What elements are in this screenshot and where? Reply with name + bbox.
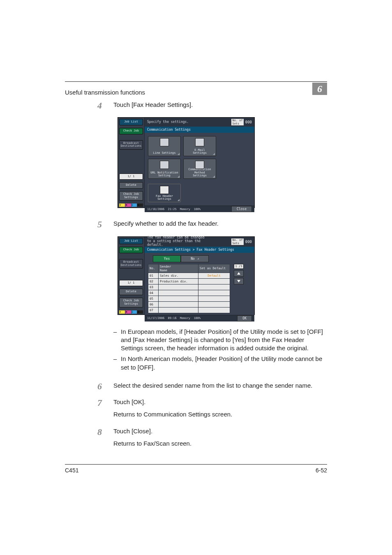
page-indicator: 1/ 1: [119, 173, 143, 180]
memory-text: Memory 100%: [180, 317, 201, 320]
copies-value: 000: [245, 240, 252, 244]
step-result: Returns to Communication Settings screen…: [113, 410, 327, 419]
date-text: 11/17/2006 09:16: [147, 317, 177, 320]
page-indicator: 1/ 1: [119, 280, 143, 287]
tile-label: Line Settings: [153, 152, 176, 155]
step-text: Touch [Close].: [113, 427, 327, 435]
close-button[interactable]: Close: [231, 206, 252, 212]
tile-label: Communication MethodSettings: [184, 168, 216, 177]
copies-label: No. ofSets: [231, 238, 243, 245]
arrow-down-icon: [237, 280, 240, 282]
check-job-settings-button[interactable]: Check JobSettings: [119, 298, 143, 307]
table-row[interactable]: 07: [148, 307, 230, 313]
tile-label: Fax HeaderSettings: [156, 195, 173, 201]
table-row[interactable]: 05: [148, 296, 230, 301]
check-job-button[interactable]: Check Job: [119, 247, 143, 253]
memory-text: Memory 100%: [180, 208, 201, 211]
line-settings-icon: [160, 138, 169, 146]
email-settings-tile[interactable]: E-MailSettings: [183, 136, 216, 156]
table-row[interactable]: 03: [148, 284, 230, 290]
col-set-default[interactable]: Set as Default: [198, 264, 230, 273]
step-number: 4: [65, 101, 113, 113]
toner-indicator: YMCK: [118, 203, 144, 208]
screenshot-fax-header-settings: Job List Check Job BroadcastDestinations…: [118, 236, 255, 315]
note-text: In North American models, [Header Positi…: [121, 355, 327, 372]
table-page-indicator: 1 /3: [234, 264, 244, 269]
section-title: Useful transmission functions: [65, 89, 148, 96]
footer-model: C451: [65, 467, 78, 474]
check-job-settings-button[interactable]: Check JobSettings: [119, 191, 143, 201]
broadcast-destinations-button[interactable]: BroadcastDestinations: [119, 140, 143, 150]
date-text: 11/18/2006 21:25: [147, 208, 177, 211]
step-text: Specify whether to add the fax header.: [113, 220, 327, 228]
line-settings-tile[interactable]: Line Settings: [148, 136, 181, 156]
note-text: In European models, if [Header Position]…: [121, 328, 327, 353]
step-number: 6: [65, 382, 113, 394]
sender-name-table: No. SenderName Set as Default 01Sales di…: [148, 264, 230, 313]
copies-label: No. ofSets: [231, 119, 243, 125]
delete-button[interactable]: Delete: [119, 289, 143, 295]
ok-button[interactable]: OK: [237, 315, 252, 321]
chapter-number-badge: 6: [312, 83, 327, 95]
step-result: Returns to Fax/Scan screen.: [113, 439, 327, 448]
tile-label: E-MailSettings: [193, 149, 207, 155]
arrow-up-icon: [237, 272, 240, 275]
scroll-up-button[interactable]: [234, 270, 244, 277]
scroll-down-button[interactable]: [234, 278, 244, 284]
comm-method-icon: [195, 161, 204, 169]
instruction-text: The fax header can be changedto a settin…: [147, 236, 213, 247]
col-no: No.: [148, 264, 159, 273]
step-text: Touch [Fax Header Settings].: [113, 101, 327, 109]
job-list-button[interactable]: Job List: [119, 119, 143, 125]
breadcrumb: Communication Settings > Fax Header Sett…: [145, 247, 254, 253]
table-row[interactable]: 06: [148, 301, 230, 307]
fax-header-icon: [160, 186, 169, 194]
breadcrumb: Communication Settings: [145, 127, 254, 133]
toner-indicator: YMCK: [118, 310, 144, 314]
step-number: 8: [65, 427, 113, 452]
yes-button[interactable]: Yes: [153, 255, 181, 262]
url-notification-tile[interactable]: URL NotificationSetting: [148, 159, 181, 179]
step-number: 7: [65, 398, 113, 423]
table-row[interactable]: 04: [148, 290, 230, 296]
table-row[interactable]: 02Production div.: [148, 278, 230, 284]
step-number: 5: [65, 220, 113, 232]
comm-method-settings-tile[interactable]: Communication MethodSettings: [183, 159, 216, 179]
tile-label: URL NotificationSetting: [150, 171, 178, 178]
delete-button[interactable]: Delete: [119, 182, 143, 189]
check-job-button[interactable]: Check Job: [119, 128, 143, 134]
instruction-text: Specify the settings.: [147, 120, 189, 124]
col-sender-name[interactable]: SenderName: [159, 264, 198, 273]
fax-header-settings-tile[interactable]: Fax HeaderSettings: [148, 184, 181, 202]
job-list-button[interactable]: Job List: [119, 238, 143, 245]
footer-page: 6-52: [316, 467, 327, 474]
step-text: Select the desired sender name from the …: [113, 382, 327, 390]
no-button[interactable]: No: [181, 255, 209, 262]
table-row[interactable]: 01Sales div.Default: [148, 273, 230, 278]
screenshot-comm-settings: Job List Check Job BroadcastDestinations…: [118, 117, 255, 208]
step-text: Touch [OK].: [113, 398, 327, 406]
email-settings-icon: [195, 138, 204, 146]
broadcast-destinations-button[interactable]: BroadcastDestinations: [119, 259, 143, 268]
copies-value: 000: [245, 120, 252, 124]
url-notification-icon: [160, 161, 169, 169]
